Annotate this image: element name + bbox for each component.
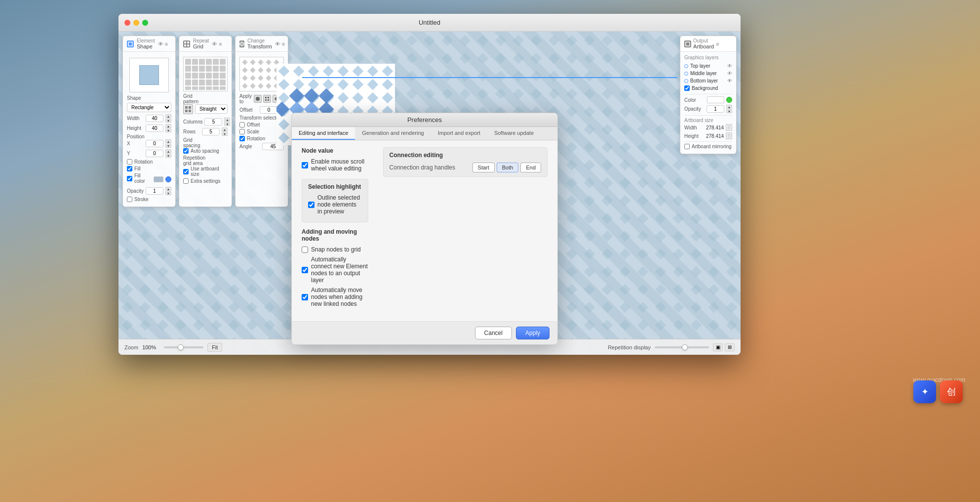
zoom-slider[interactable] bbox=[164, 346, 203, 348]
eye-icon[interactable]: 👁 bbox=[158, 41, 163, 47]
selection-highlight-section: Selection highlight Outline selected nod… bbox=[302, 179, 368, 222]
auto-connect-checkbox[interactable] bbox=[302, 267, 308, 273]
rotation-checkbox[interactable] bbox=[127, 159, 132, 165]
columns-input[interactable] bbox=[204, 118, 222, 126]
x-down[interactable]: ▼ bbox=[165, 144, 171, 148]
layer-row-top: Top layer 👁 bbox=[684, 62, 732, 70]
snap-nodes-checkbox[interactable] bbox=[302, 247, 308, 253]
opacity-input[interactable] bbox=[146, 187, 163, 195]
maximize-button[interactable] bbox=[142, 20, 148, 26]
tab-software[interactable]: Software update bbox=[487, 127, 541, 140]
rep-display-slider-thumb[interactable] bbox=[682, 344, 688, 350]
view-tile-btn[interactable]: ⊞ bbox=[725, 343, 735, 351]
fill-color-circle[interactable] bbox=[165, 176, 171, 182]
conn-start-btn[interactable]: Start bbox=[472, 163, 495, 172]
layer-eye-bottom[interactable]: 👁 bbox=[727, 78, 732, 84]
artboard-width-label: Width bbox=[684, 125, 704, 130]
conn-end-btn[interactable]: End bbox=[520, 163, 541, 172]
cancel-button[interactable]: Cancel bbox=[475, 327, 512, 339]
opacity-up[interactable]: ▲ bbox=[165, 187, 171, 191]
opacity-output-down[interactable]: ▼ bbox=[726, 109, 732, 113]
rows-down[interactable]: ▼ bbox=[222, 132, 228, 136]
y-input[interactable] bbox=[146, 150, 163, 157]
artboard-height-row: Height 278.414 ⋮ bbox=[684, 132, 732, 139]
tab-generation[interactable]: Generation and rendering bbox=[355, 127, 431, 140]
y-up[interactable]: ▲ bbox=[165, 149, 171, 153]
view-single-btn[interactable]: ▣ bbox=[713, 343, 723, 351]
width-input[interactable] bbox=[146, 115, 163, 122]
artboard-width-stepper[interactable]: ⋮ bbox=[726, 124, 732, 131]
auto-spacing-row: Auto spacing bbox=[183, 148, 228, 154]
y-down[interactable]: ▼ bbox=[165, 154, 171, 158]
columns-down[interactable]: ▼ bbox=[224, 122, 230, 126]
offset-input[interactable] bbox=[260, 106, 277, 114]
panel-actions[interactable]: 👁 ≡ bbox=[158, 41, 168, 47]
artboard-size-checkbox[interactable] bbox=[183, 169, 189, 174]
node-value-checkbox[interactable] bbox=[302, 162, 308, 168]
tab-import[interactable]: Import and export bbox=[431, 127, 487, 140]
transform-menu-icon[interactable]: ≡ bbox=[282, 41, 285, 47]
height-label: Height bbox=[127, 126, 144, 131]
width-down[interactable]: ▼ bbox=[165, 119, 171, 123]
apply-button[interactable]: Apply bbox=[516, 327, 549, 339]
scale-checkbox[interactable] bbox=[239, 129, 245, 134]
rows-up[interactable]: ▲ bbox=[222, 127, 228, 131]
svg-rect-31 bbox=[265, 97, 267, 98]
auto-move-checkbox[interactable] bbox=[302, 294, 308, 300]
grid-panel-actions[interactable]: 👁 ≡ bbox=[212, 41, 222, 47]
apply-all-icon[interactable] bbox=[254, 95, 262, 103]
columns-up[interactable]: ▲ bbox=[224, 118, 230, 122]
conn-both-btn[interactable]: Both bbox=[497, 163, 519, 172]
selection-highlight-checkbox[interactable] bbox=[308, 202, 314, 208]
stroke-checkbox[interactable] bbox=[127, 197, 132, 202]
layer-eye-middle[interactable]: 👁 bbox=[727, 71, 732, 76]
background-checkbox[interactable] bbox=[684, 85, 690, 91]
app-icon-1[interactable]: ✦ bbox=[913, 380, 936, 403]
fill-color-checkbox[interactable] bbox=[127, 176, 132, 181]
rep-display-slider[interactable] bbox=[655, 346, 709, 348]
prefs-tabs: Editing and interface Generation and ren… bbox=[292, 127, 557, 140]
element-panel-title: Shape bbox=[137, 43, 155, 49]
output-panel-actions[interactable]: ≡ bbox=[716, 41, 719, 47]
output-menu-icon[interactable]: ≡ bbox=[716, 41, 719, 47]
rows-input[interactable] bbox=[202, 128, 220, 135]
layer-eye-top[interactable]: 👁 bbox=[727, 63, 732, 69]
close-button[interactable] bbox=[124, 20, 130, 26]
element-panel-type: Element bbox=[137, 38, 155, 43]
height-up[interactable]: ▲ bbox=[165, 124, 171, 128]
menu-icon[interactable]: ≡ bbox=[165, 41, 168, 47]
offset-checkbox[interactable] bbox=[239, 122, 245, 127]
zoom-slider-thumb[interactable] bbox=[178, 344, 184, 350]
minimize-button[interactable] bbox=[133, 20, 139, 26]
x-up[interactable]: ▲ bbox=[165, 139, 171, 143]
grid-menu-icon[interactable]: ≡ bbox=[219, 41, 222, 47]
grid-pattern-select[interactable]: Straight bbox=[195, 104, 228, 114]
rows-stepper: ▲ ▼ bbox=[222, 127, 228, 136]
tab-editing[interactable]: Editing and interface bbox=[292, 127, 355, 140]
extra-settings-checkbox[interactable] bbox=[183, 178, 189, 184]
opacity-output-input[interactable] bbox=[706, 105, 724, 113]
opacity-down[interactable]: ▼ bbox=[165, 191, 171, 195]
height-down[interactable]: ▼ bbox=[165, 128, 171, 132]
shape-select[interactable]: Rectangle bbox=[127, 103, 171, 112]
width-up[interactable]: ▲ bbox=[165, 114, 171, 118]
fit-button[interactable]: Fit bbox=[207, 343, 222, 352]
color-circle-green[interactable] bbox=[726, 97, 732, 103]
transform-panel-actions[interactable]: 👁 ≡ bbox=[275, 41, 285, 47]
artboard-mirroring-checkbox[interactable] bbox=[684, 144, 690, 149]
rotation-transform-checkbox[interactable] bbox=[239, 136, 245, 141]
grid-eye-icon[interactable]: 👁 bbox=[212, 41, 217, 47]
x-input[interactable] bbox=[146, 140, 163, 147]
zoom-label: Zoom bbox=[124, 344, 138, 350]
auto-spacing-checkbox[interactable] bbox=[183, 148, 189, 154]
fill-color-swatch[interactable] bbox=[154, 176, 163, 182]
layer-name-bg: Background bbox=[692, 85, 732, 91]
fill-checkbox[interactable] bbox=[127, 166, 132, 171]
artboard-height-stepper[interactable]: ⋮ bbox=[726, 132, 732, 139]
height-input[interactable] bbox=[146, 125, 163, 132]
apply-grid-icon[interactable] bbox=[263, 95, 271, 103]
opacity-output-up[interactable]: ▲ bbox=[726, 105, 732, 109]
transform-eye-icon[interactable]: 👁 bbox=[275, 41, 280, 47]
app-icon-2[interactable]: 创 bbox=[940, 380, 963, 403]
color-swatch-wide[interactable] bbox=[707, 96, 724, 103]
